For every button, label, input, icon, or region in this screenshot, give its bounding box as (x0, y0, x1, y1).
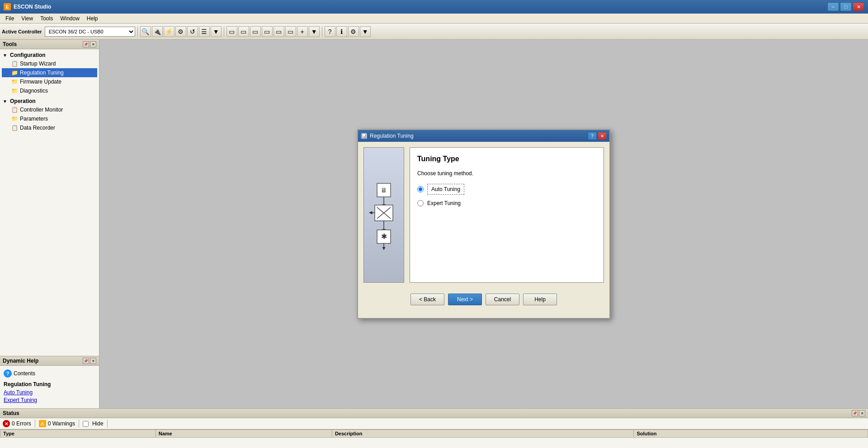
hide-checkbox[interactable] (83, 421, 89, 427)
toolbar-btn-gear[interactable]: ⚙ (348, 26, 359, 37)
minimize-button[interactable]: − (827, 2, 839, 11)
toolbar-btn-scan[interactable]: 🔍 (140, 26, 151, 37)
tools-tree: ▼ Configuration 📋 Startup Wizard 📁 Regul… (0, 49, 99, 356)
status-header: Status 📌 ✕ (0, 409, 868, 418)
modal-close-button[interactable]: ✕ (598, 132, 607, 140)
diagnostics-icon: 📁 (11, 87, 18, 94)
group-configuration-label: Configuration (10, 52, 46, 58)
data-recorder-label: Data Recorder (20, 125, 55, 131)
controller-dropdown[interactable]: ESCON 36/2 DC - USB0 (45, 27, 135, 37)
status-sep-2 (79, 420, 79, 428)
help-link-auto-tuning[interactable]: Auto Tuning (4, 389, 95, 396)
menu-help[interactable]: Help (83, 14, 102, 23)
modal-title-left: 📊 Regulation Tuning (361, 133, 414, 139)
menu-view[interactable]: View (18, 14, 37, 23)
modal-title-bar: 📊 Regulation Tuning ? ✕ (358, 130, 609, 142)
toolbar-btn-rect6[interactable]: ▭ (285, 26, 296, 37)
col-type: Type (0, 430, 156, 438)
toolbar-btn-info[interactable]: ℹ (336, 26, 347, 37)
status-close-button[interactable]: ✕ (859, 410, 865, 416)
tree-item-parameters[interactable]: 📁 Parameters (2, 114, 97, 123)
status-pin-button[interactable]: 📌 (852, 410, 858, 416)
left-panel: Tools 📌 ✕ ▼ Configuration 📋 Startup Wiza… (0, 40, 99, 408)
auto-tuning-label[interactable]: Auto Tuning (427, 184, 464, 195)
help-panel-title: Dynamic Help (3, 358, 38, 364)
startup-wizard-icon: 📋 (11, 60, 18, 67)
status-sep-3 (107, 420, 108, 428)
svg-text:✱: ✱ (381, 233, 387, 240)
next-button[interactable]: Next > (448, 294, 482, 305)
collapse-icon-configuration: ▼ (3, 53, 8, 58)
tree-group-operation-header[interactable]: ▼ Operation (2, 97, 97, 105)
toolbar-btn-plus[interactable]: + (297, 26, 308, 37)
toolbar-btn-down2[interactable]: ▼ (309, 26, 320, 37)
diagram-panel: 🖥 (363, 147, 404, 283)
tree-item-regulation-tuning[interactable]: 📁 Regulation Tuning (2, 68, 97, 77)
tools-panel-header: Tools 📌 ✕ (0, 40, 99, 49)
parameters-icon: 📁 (11, 115, 18, 122)
auto-tuning-radio[interactable] (417, 186, 424, 192)
toolbar-btn-rect4[interactable]: ▭ (262, 26, 273, 37)
menu-tools[interactable]: Tools (37, 14, 57, 23)
help-section-title: Regulation Tuning (4, 381, 95, 387)
warning-icon: ⚠ (39, 420, 46, 427)
back-button[interactable]: < Back (410, 294, 444, 305)
status-sep-1 (35, 420, 35, 428)
modal-title-buttons: ? ✕ (588, 132, 607, 140)
maximize-button[interactable]: □ (840, 2, 852, 11)
toolbar-btn-rect5[interactable]: ▭ (274, 26, 284, 37)
main-layout: Tools 📌 ✕ ▼ Configuration 📋 Startup Wiza… (0, 40, 868, 448)
tree-item-firmware-update[interactable]: 📁 Firmware Update (2, 77, 97, 86)
help-link-expert-tuning[interactable]: Expert Tuning (4, 397, 95, 403)
window-controls: − □ ✕ (827, 2, 864, 11)
warnings-label: 0 Warnings (48, 420, 75, 427)
toolbar-btn-settings[interactable]: ⚙ (175, 26, 186, 37)
modal-content-area: Tuning Type Choose tuning method. Auto T… (410, 147, 604, 283)
contents-button[interactable]: ? Contents (4, 369, 95, 378)
toolbar-btn-rect3[interactable]: ▭ (250, 26, 261, 37)
modal-title-text: Regulation Tuning (370, 133, 414, 139)
panel-close-button[interactable]: ✕ (90, 41, 96, 47)
col-description: Description (332, 430, 634, 438)
tree-group-configuration: ▼ Configuration 📋 Startup Wizard 📁 Regul… (2, 51, 97, 95)
tree-item-controller-monitor[interactable]: 📋 Controller Monitor (2, 105, 97, 114)
help-button[interactable]: Help (523, 294, 557, 305)
toolbar-btn-connect[interactable]: 🔌 (152, 26, 163, 37)
toolbar-btn-down[interactable]: ▼ (211, 26, 222, 37)
modal-title-icon: 📊 (361, 133, 367, 139)
status-table-empty-row (0, 438, 868, 447)
expert-tuning-radio[interactable] (417, 200, 424, 206)
group-operation-label: Operation (10, 98, 36, 104)
status-title: Status (3, 410, 19, 416)
tree-group-configuration-header[interactable]: ▼ Configuration (2, 51, 97, 59)
toolbar: Active Controller ESCON 36/2 DC - USB0 🔍… (0, 23, 868, 40)
regulation-tuning-modal: 📊 Regulation Tuning ? ✕ (357, 129, 610, 319)
close-button[interactable]: ✕ (853, 2, 864, 11)
svg-text:🖥: 🖥 (381, 187, 387, 194)
parameters-label: Parameters (20, 116, 48, 122)
expert-tuning-label[interactable]: Expert Tuning (427, 200, 461, 206)
menu-window[interactable]: Window (57, 14, 83, 23)
panel-pin-button[interactable]: 📌 (83, 41, 89, 47)
toolbar-btn-refresh[interactable]: ↺ (187, 26, 198, 37)
col-solution: Solution (634, 430, 868, 438)
toolbar-btn-disconnect[interactable]: ⚡ (164, 26, 175, 37)
help-panel-pin-button[interactable]: 📌 (83, 358, 89, 364)
hide-label: Hide (92, 420, 104, 427)
modal-help-button[interactable]: ? (588, 132, 597, 140)
tree-item-diagnostics[interactable]: 📁 Diagnostics (2, 86, 97, 95)
toolbar-btn-rect1[interactable]: ▭ (226, 26, 237, 37)
menu-file[interactable]: File (2, 14, 18, 23)
data-recorder-icon: 📋 (11, 124, 18, 131)
tree-item-startup-wizard[interactable]: 📋 Startup Wizard (2, 59, 97, 68)
help-panel-buttons: 📌 ✕ (83, 358, 96, 364)
toolbar-btn-down3[interactable]: ▼ (360, 26, 371, 37)
toolbar-btn-help[interactable]: ? (325, 26, 335, 37)
tree-item-data-recorder[interactable]: 📋 Data Recorder (2, 123, 97, 132)
help-content: ? Contents Regulation Tuning Auto Tuning… (0, 366, 99, 408)
help-panel-close-button[interactable]: ✕ (90, 358, 96, 364)
center-area: 📊 Regulation Tuning ? ✕ (99, 40, 868, 408)
toolbar-btn-rect2[interactable]: ▭ (238, 26, 249, 37)
cancel-button[interactable]: Cancel (486, 294, 519, 305)
toolbar-btn-list[interactable]: ☰ (199, 26, 210, 37)
